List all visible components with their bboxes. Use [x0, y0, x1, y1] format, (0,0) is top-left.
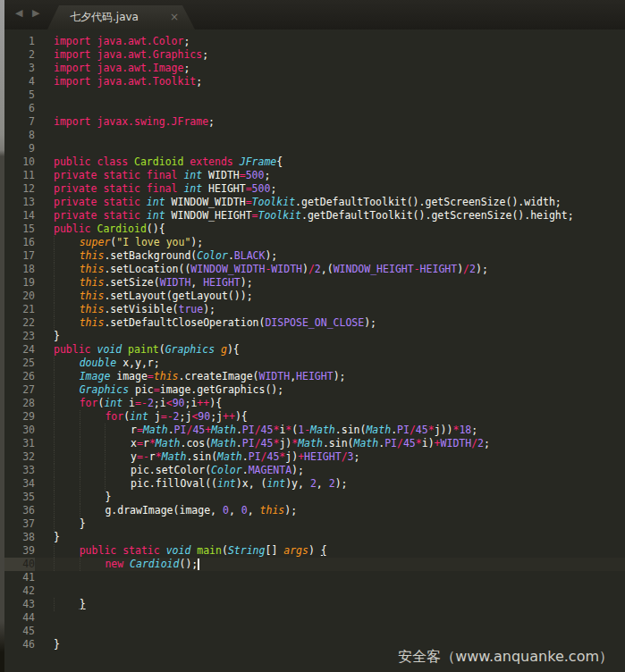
- code-line[interactable]: 23}: [4, 330, 625, 343]
- line-number[interactable]: 27: [4, 383, 35, 397]
- code-token: 90: [198, 410, 210, 423]
- code-line[interactable]: 11private static final int WIDTH=500;: [4, 169, 625, 182]
- line-number[interactable]: 15: [4, 223, 35, 236]
- code-line[interactable]: 37}: [4, 517, 625, 531]
- code-line[interactable]: 36g.drawImage(image, 0, 0, this);: [4, 504, 625, 517]
- code-line[interactable]: 28for(int i=-2;i<90;i++){: [4, 397, 625, 410]
- code-line[interactable]: 25double x,y,r;: [4, 357, 625, 370]
- line-number[interactable]: 32: [4, 450, 35, 464]
- code-token: =: [246, 182, 252, 195]
- code-line[interactable]: 2import java.awt.Graphics;: [4, 48, 625, 62]
- code-token: pic.setColor(: [131, 464, 211, 476]
- code-line[interactable]: 33pic.setColor(Color.MAGENTA);: [4, 464, 625, 477]
- line-number[interactable]: 7: [4, 115, 35, 129]
- line-number[interactable]: 45: [4, 625, 35, 638]
- line-number[interactable]: 30: [4, 424, 35, 437]
- code-line[interactable]: 15public Cardioid(){: [4, 223, 625, 236]
- line-number[interactable]: 8: [4, 129, 35, 142]
- code-line[interactable]: 43}: [4, 598, 625, 611]
- line-number[interactable]: 16: [4, 236, 35, 249]
- code-line[interactable]: 44: [4, 611, 625, 625]
- code-line[interactable]: 8: [4, 129, 625, 142]
- line-number[interactable]: 14: [4, 209, 35, 223]
- code-line[interactable]: 38}: [4, 531, 625, 544]
- line-number[interactable]: 25: [4, 357, 35, 370]
- code-line[interactable]: 45: [4, 625, 625, 638]
- line-number[interactable]: 37: [4, 517, 35, 531]
- code-line[interactable]: 34pic.fillOval((int)x, (int)y, 2, 2);: [4, 477, 625, 491]
- line-number[interactable]: 34: [4, 477, 35, 491]
- code-line[interactable]: 9: [4, 142, 625, 155]
- code-line[interactable]: 24public void paint(Graphics g){: [4, 343, 625, 357]
- line-number[interactable]: 24: [4, 343, 35, 357]
- code-line[interactable]: 27Graphics pic=image.getGraphics();: [4, 383, 625, 397]
- line-number[interactable]: 17: [4, 249, 35, 263]
- code-line[interactable]: 35}: [4, 491, 625, 504]
- close-icon[interactable]: ×: [170, 5, 179, 29]
- code-line[interactable]: 1import java.awt.Color;: [4, 35, 625, 48]
- code-line[interactable]: 30r=Math.PI/45+Math.PI/45*i*(1-Math.sin(…: [4, 424, 625, 437]
- line-number[interactable]: 6: [4, 102, 35, 115]
- line-number[interactable]: 35: [4, 491, 35, 504]
- line-number[interactable]: 1: [4, 35, 35, 48]
- line-number[interactable]: 13: [4, 196, 35, 209]
- line-number[interactable]: 5: [4, 88, 35, 102]
- line-number[interactable]: 20: [4, 290, 35, 303]
- code-token: image.getGraphics();: [160, 383, 283, 396]
- line-number[interactable]: 29: [4, 410, 35, 424]
- line-number[interactable]: 10: [4, 155, 35, 169]
- code-line[interactable]: 20this.setLayout(getLayout());: [4, 290, 625, 303]
- code-line[interactable]: 6: [4, 102, 625, 115]
- code-line[interactable]: 26Image image=this.createImage(WIDTH,HEI…: [4, 370, 625, 383]
- line-number[interactable]: 43: [4, 598, 35, 611]
- code-line[interactable]: 19this.setSize(WIDTH, HEIGHT);: [4, 276, 625, 290]
- code-line[interactable]: 10public class Cardioid extends JFrame{: [4, 155, 625, 169]
- line-number[interactable]: 44: [4, 611, 35, 625]
- code-line[interactable]: 29for(int j=-2;j<90;j++){: [4, 410, 625, 424]
- line-number[interactable]: 11: [4, 169, 35, 182]
- forward-arrow-icon[interactable]: ▶: [32, 7, 39, 19]
- line-number[interactable]: 33: [4, 464, 35, 477]
- line-number[interactable]: 4: [4, 75, 35, 88]
- line-number[interactable]: 12: [4, 182, 35, 196]
- code-line[interactable]: 31x=r*Math.cos(Math.PI/45*j)*Math.sin(Ma…: [4, 437, 625, 450]
- back-arrow-icon[interactable]: ◀: [15, 7, 22, 19]
- line-number[interactable]: 9: [4, 142, 35, 155]
- line-number[interactable]: 19: [4, 276, 35, 290]
- line-number[interactable]: 18: [4, 263, 35, 276]
- line-number[interactable]: 2: [4, 48, 35, 62]
- line-number[interactable]: 46: [4, 638, 35, 651]
- code-line[interactable]: 14private static int WINDOW_HEIGHT=Toolk…: [4, 209, 625, 223]
- code-line[interactable]: 17this.setBackground(Color.BLACK);: [4, 249, 625, 263]
- code-line[interactable]: 12private static final int HEIGHT=500;: [4, 182, 625, 196]
- line-number[interactable]: 21: [4, 303, 35, 316]
- code-line[interactable]: 18this.setLocation((WINDOW_WIDTH-WIDTH)/…: [4, 263, 625, 276]
- line-number[interactable]: 39: [4, 544, 35, 558]
- line-number[interactable]: 38: [4, 531, 35, 544]
- code-line[interactable]: 42: [4, 584, 625, 598]
- line-number[interactable]: 36: [4, 504, 35, 517]
- code-line[interactable]: 22this.setDefaultCloseOperation(DISPOSE_…: [4, 316, 625, 330]
- line-number[interactable]: 31: [4, 437, 35, 450]
- code-line[interactable]: 3import java.awt.Image;: [4, 62, 625, 75]
- line-number[interactable]: 26: [4, 370, 35, 383]
- code-line[interactable]: 4import java.awt.Toolkit;: [4, 75, 625, 88]
- code-line[interactable]: 32y=-r*Math.sin(Math.PI/45*j)+HEIGHT/3;: [4, 450, 625, 464]
- line-number[interactable]: 40: [4, 558, 35, 571]
- line-number[interactable]: 42: [4, 584, 35, 598]
- line-number[interactable]: 22: [4, 316, 35, 330]
- code-line[interactable]: 16super("I love you");: [4, 236, 625, 249]
- code-line[interactable]: 13private static int WINDOW_WIDTH=Toolki…: [4, 196, 625, 209]
- tab-active[interactable]: 七夕代码.java ×: [47, 5, 195, 29]
- line-number[interactable]: 41: [4, 571, 35, 584]
- line-number[interactable]: 28: [4, 397, 35, 410]
- line-number[interactable]: 23: [4, 330, 35, 343]
- line-number[interactable]: 3: [4, 62, 35, 75]
- code-line[interactable]: 41: [4, 571, 625, 584]
- code-line[interactable]: 7import javax.swing.JFrame;: [4, 115, 625, 129]
- code-line[interactable]: 21this.setVisible(true);: [4, 303, 625, 316]
- code-line[interactable]: 39public static void main(String[] args)…: [4, 544, 625, 558]
- code-line[interactable]: 5: [4, 88, 625, 102]
- code-line[interactable]: 40new Cardioid();: [4, 558, 625, 571]
- code-area[interactable]: 1import java.awt.Color;2import java.awt.…: [4, 29, 625, 672]
